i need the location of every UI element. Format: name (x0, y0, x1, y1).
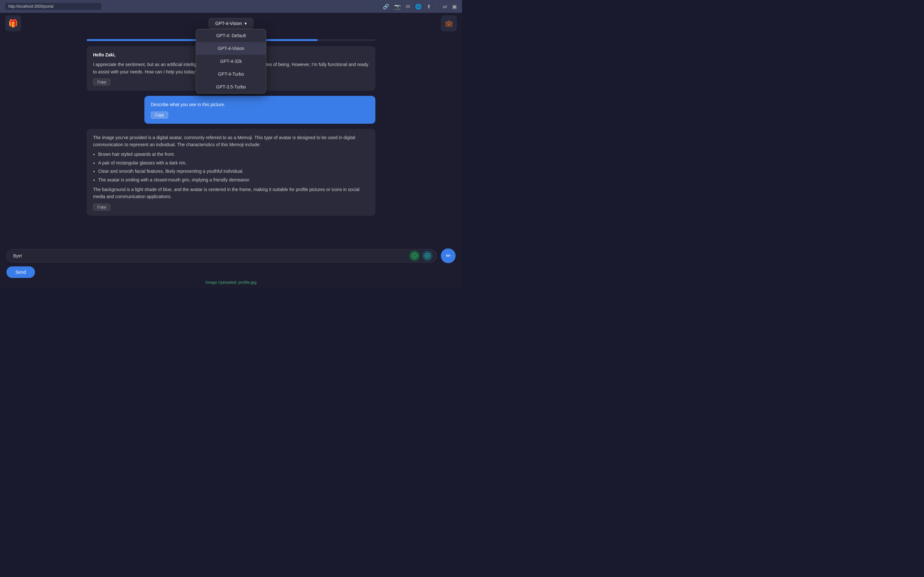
app-logo: 🎁 (5, 15, 21, 31)
copy-button-2[interactable]: Copy (151, 111, 168, 119)
url-bar[interactable]: http://localhost:3000/portal (5, 3, 102, 10)
bullet-4: The avatar is smiling with a closed-mout… (98, 176, 369, 183)
message-outro-3: The background is a light shade of blue,… (93, 186, 369, 200)
camera-icon[interactable]: 📷 (394, 3, 401, 10)
image-uploaded-text: Image Uploaded: profile.jpg (6, 280, 456, 285)
message-bubble-2: Describe what you see in this picture. C… (144, 96, 375, 123)
bullet-2: A pair of rectangular glasses with a dar… (98, 159, 369, 166)
mail-icon[interactable]: ✉ (406, 3, 410, 10)
copy-button-1[interactable]: Copy (93, 79, 110, 85)
input-action-icons: G (409, 251, 433, 261)
browser-bar: http://localhost:3000/portal 🔗 📷 ✉ 🌐 ⬆ ⇄… (0, 0, 462, 13)
svg-point-2 (425, 253, 430, 258)
dropdown-item-gpt4-vision[interactable]: GPT-4-Vision (196, 42, 266, 55)
browser-icons: 🔗 📷 ✉ 🌐 ⬆ ⇄ ▣ (383, 3, 457, 10)
model-dropdown-menu: GPT-4: Default GPT-4-Vision GPT-4-32k GP… (196, 29, 266, 93)
message-bullets-3: Brown hair styled upwards at the front. … (98, 151, 369, 183)
teal-circle-icon[interactable] (422, 251, 433, 261)
model-selector[interactable]: GPT-4-Vision ▾ GPT-4: Default GPT-4-Visi… (208, 18, 254, 29)
link-icon[interactable]: 🔗 (383, 3, 389, 10)
copy-button-3[interactable]: Copy (93, 203, 110, 211)
upload-icon[interactable]: ⬆ (427, 3, 431, 10)
logo-emoji: 🎁 (8, 19, 18, 28)
chevron-down-icon: ▾ (244, 21, 247, 26)
app-container: 🎁 GPT-4-Vision ▾ GPT-4: Default GPT-4-Vi… (0, 13, 462, 288)
send-button-row: Send (6, 266, 456, 278)
send-button[interactable]: Send (6, 266, 35, 278)
dropdown-item-gpt35-turbo[interactable]: GPT-3.5-Turbo (196, 81, 266, 93)
message-bubble-3: The image you've provided is a digital a… (87, 129, 375, 216)
input-row: G ✏ (6, 248, 456, 263)
chat-input[interactable] (6, 249, 437, 263)
svg-text:G: G (413, 254, 415, 258)
dropdown-item-gpt4-turbo[interactable]: GPT-4-Turbo (196, 68, 266, 81)
dropdown-item-gpt4-32k[interactable]: GPT-4-32k (196, 55, 266, 68)
selected-model-label: GPT-4-Vision (215, 21, 242, 26)
app-header: 🎁 GPT-4-Vision ▾ GPT-4: Default GPT-4-Vi… (0, 13, 462, 34)
header-right-icon[interactable]: 💼 (441, 15, 457, 31)
bullet-3: Clear and smooth facial features, likely… (98, 168, 369, 175)
input-wrapper: G (6, 249, 437, 263)
model-selector-button[interactable]: GPT-4-Vision ▾ (208, 18, 254, 29)
message-text-2: Describe what you see in this picture. (151, 101, 369, 108)
message-intro-3: The image you've provided is a digital a… (93, 134, 369, 148)
globe-icon[interactable]: 🌐 (415, 3, 422, 10)
input-area: G ✏ Send Image Uploaded: profile. (0, 245, 462, 288)
briefcase-icon: 💼 (445, 19, 453, 27)
dropdown-item-gpt4-default[interactable]: GPT-4: Default (196, 29, 266, 42)
layout-icon[interactable]: ▣ (452, 3, 457, 10)
connect-icon[interactable]: ⇄ (443, 3, 447, 10)
green-circle-icon[interactable]: G (409, 251, 420, 261)
send-icon-button[interactable]: ✏ (441, 248, 456, 263)
pencil-icon: ✏ (446, 252, 451, 259)
bullet-1: Brown hair styled upwards at the front. (98, 151, 369, 158)
